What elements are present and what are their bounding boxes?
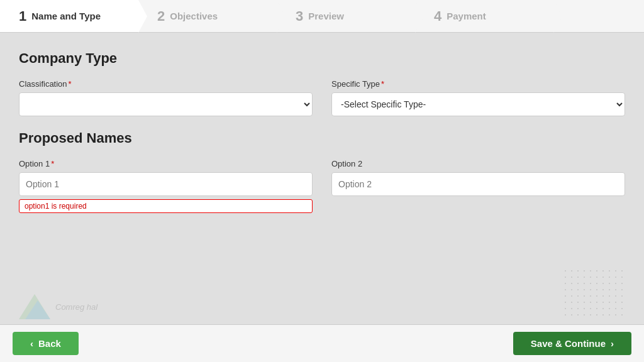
- save-chevron-icon: ›: [611, 338, 614, 349]
- classification-select[interactable]: [19, 92, 313, 116]
- step-2-number: 2: [157, 9, 165, 23]
- classification-required: *: [69, 79, 72, 89]
- specific-type-label: Specific Type*: [331, 79, 625, 89]
- option1-group: Option 1* option1 is required: [19, 159, 313, 213]
- bottom-bar: ‹ Back Save & Continue ›: [0, 324, 644, 362]
- back-button[interactable]: ‹ Back: [13, 332, 79, 355]
- option1-input[interactable]: [19, 172, 313, 196]
- step-4-number: 4: [434, 9, 441, 23]
- save-continue-button[interactable]: Save & Continue ›: [513, 332, 631, 355]
- step-2-label: Objectives: [170, 11, 218, 21]
- step-4[interactable]: 4 Payment: [415, 0, 553, 32]
- specific-type-required: *: [381, 79, 384, 89]
- option1-label: Option 1*: [19, 159, 313, 168]
- step-4-label: Payment: [447, 11, 486, 21]
- option1-required: *: [51, 159, 54, 168]
- step-1-label: Name and Type: [31, 11, 101, 21]
- step-1-number: 1: [19, 9, 26, 23]
- main-content: Company Type Classification* Specific Ty…: [0, 33, 644, 213]
- page-wrapper: 1 Name and Type 2 Objectives 3 Preview 4…: [0, 0, 644, 362]
- option2-group: Option 2: [331, 159, 625, 213]
- watermark-text: Comreg hal: [55, 302, 97, 312]
- step-3-label: Preview: [308, 11, 344, 21]
- specific-type-select[interactable]: -Select Specific Type-: [331, 92, 625, 116]
- proposed-names-row: Option 1* option1 is required Option 2: [19, 159, 625, 213]
- classification-group: Classification*: [19, 79, 313, 116]
- stepper: 1 Name and Type 2 Objectives 3 Preview 4…: [0, 0, 644, 33]
- back-chevron-icon: ‹: [30, 338, 33, 349]
- option2-label: Option 2: [331, 159, 625, 168]
- option2-input[interactable]: [331, 172, 625, 196]
- step-3-number: 3: [296, 9, 303, 23]
- option1-error: option1 is required: [19, 199, 313, 213]
- specific-type-group: Specific Type* -Select Specific Type-: [331, 79, 625, 116]
- proposed-names-section: Proposed Names Option 1* option1 is requ…: [19, 130, 625, 213]
- step-2[interactable]: 2 Objectives: [138, 0, 277, 32]
- step-1[interactable]: 1 Name and Type: [0, 0, 138, 32]
- classification-label: Classification*: [19, 79, 313, 89]
- company-type-row: Classification* Specific Type* -Select S…: [19, 79, 625, 116]
- watermark-logo: [19, 294, 50, 319]
- watermark: Comreg hal: [19, 294, 97, 319]
- step-3[interactable]: 3 Preview: [277, 0, 415, 32]
- company-type-title: Company Type: [19, 50, 625, 67]
- proposed-names-title: Proposed Names: [19, 130, 625, 146]
- dot-pattern: [562, 268, 625, 318]
